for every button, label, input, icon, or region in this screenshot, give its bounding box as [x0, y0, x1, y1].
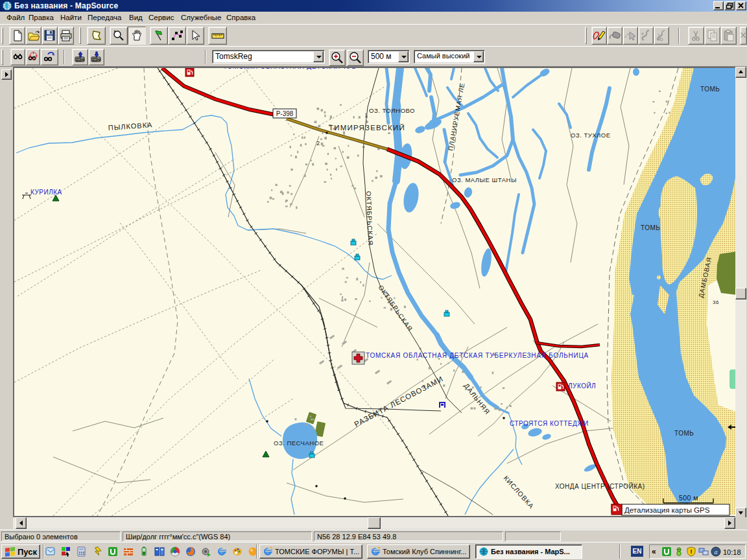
svg-text:!: !	[691, 548, 693, 555]
svg-text:ОЗ. ПЕСЧАНОЕ: ОЗ. ПЕСЧАНОЕ	[274, 439, 324, 447]
svg-text:ОЗ. ТУХЛОЕ: ОЗ. ТУХЛОЕ	[571, 132, 611, 139]
svg-text:ТОМСКАЯ ОБЛАСТНАЯ ДЕТСКАЯ ТУБЕ: ТОМСКАЯ ОБЛАСТНАЯ ДЕТСКАЯ ТУБЕРКУЛЕЗНАЯ …	[366, 352, 589, 359]
svg-text:36: 36	[713, 299, 719, 305]
svg-text:ОЗ. ТОЯНОВО: ОЗ. ТОЯНОВО	[369, 107, 415, 114]
svg-text:500 м: 500 м	[679, 494, 698, 502]
svg-text:ТОМЬ: ТОМЬ	[700, 86, 720, 93]
svg-text:ХОНДА ЦЕНТР (СТРОЙКА): ХОНДА ЦЕНТР (СТРОЙКА)	[555, 482, 645, 490]
svg-text:Детализация карты GPS: Детализация карты GPS	[624, 506, 710, 514]
svg-text:ТОМЬ: ТОМЬ	[674, 430, 694, 437]
svg-text:ЛУКОЙЛ: ЛУКОЙЛ	[568, 382, 596, 390]
svg-text:Р-398: Р-398	[276, 110, 294, 117]
svg-text:ОЗ. МАЛЫЕ ШТАНЫ: ОЗ. МАЛЫЕ ШТАНЫ	[452, 176, 517, 183]
svg-text:ТОМСКАЯ ОБЛАСТНАЯ ДЕТСКАЯ ТУБ: ТОМСКАЯ ОБЛАСТНАЯ ДЕТСКАЯ ТУБ	[223, 68, 357, 70]
svg-text:КУРИЛКА: КУРИЛКА	[30, 189, 62, 196]
svg-text:ТИМИРЯЗЕВСКИЙ: ТИМИРЯЗЕВСКИЙ	[329, 124, 405, 132]
svg-text:ТОМЬ: ТОМЬ	[641, 224, 660, 231]
svg-text:СТРОЯТСЯ КОТТЕДЖИ: СТРОЯТСЯ КОТТЕДЖИ	[510, 420, 589, 427]
svg-text:2: 2	[316, 140, 320, 146]
svg-text:a: a	[715, 548, 718, 555]
